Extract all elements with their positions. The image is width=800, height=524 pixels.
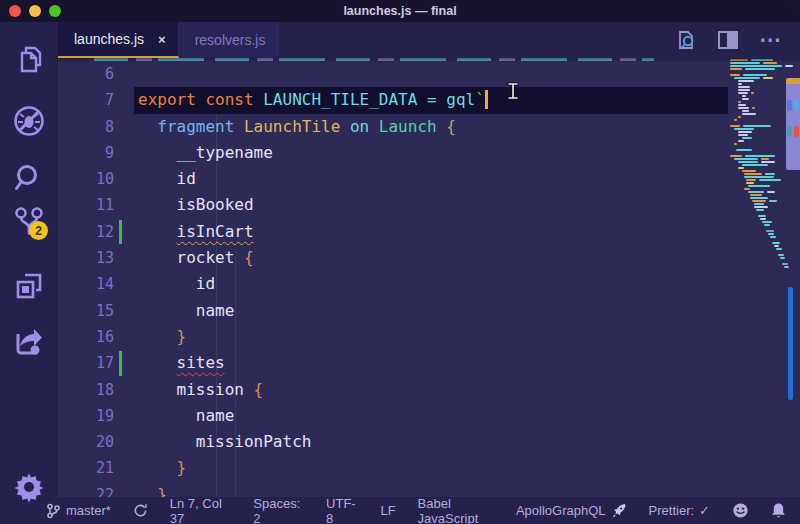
code-line-19[interactable]: 19 name	[58, 403, 800, 429]
search-file-icon[interactable]	[675, 29, 697, 51]
extensions-icon[interactable]	[0, 270, 58, 302]
code-line-17[interactable]: 17 sites	[58, 350, 800, 376]
source-control-badge: 2	[29, 221, 48, 240]
close-tab-icon[interactable]: ×	[158, 32, 166, 47]
line-text: isInCart	[138, 219, 254, 245]
line-text: }	[138, 482, 167, 497]
line-number[interactable]: 12	[58, 219, 138, 245]
git-change-indicator	[119, 351, 122, 375]
eol-setting[interactable]: LF	[369, 503, 406, 518]
apollo-graphql-item[interactable]: ApolloGraphQL	[505, 503, 638, 519]
line-text: name	[138, 298, 234, 324]
code-line-14[interactable]: 14 id	[58, 271, 800, 297]
explorer-icon[interactable]	[0, 44, 58, 76]
cursor-position[interactable]: Ln 7, Col 37	[159, 496, 243, 524]
line-number[interactable]: 11	[58, 192, 138, 218]
bell-icon	[771, 502, 786, 519]
indentation-setting[interactable]: Spaces: 2	[242, 496, 315, 524]
line-number[interactable]: 19	[58, 403, 138, 429]
line-text: missionPatch	[138, 429, 311, 455]
line-number[interactable]: 8	[58, 114, 138, 140]
code-line-8[interactable]: 8 fragment LaunchTile on Launch {	[58, 114, 800, 140]
line-number[interactable]: 13	[58, 245, 138, 271]
git-branch-item[interactable]: master*	[46, 503, 122, 519]
prettier-item[interactable]: Prettier: ✓	[638, 503, 721, 518]
line-text: sites	[138, 350, 225, 376]
line-text: isBooked	[138, 192, 254, 218]
code-line-20[interactable]: 20 missionPatch	[58, 429, 800, 455]
activity-bar: 2	[0, 22, 58, 497]
line-number[interactable]: 17	[58, 350, 138, 376]
tab-label: launches.js	[74, 31, 144, 47]
settings-gear-icon[interactable]	[0, 472, 58, 502]
more-actions-icon[interactable]: ⋯	[759, 27, 782, 53]
sync-icon	[133, 503, 148, 518]
code-editor[interactable]: 67export const LAUNCH_TILE_DATA = gql`8 …	[58, 58, 800, 497]
line-number[interactable]: 7	[58, 87, 138, 113]
notifications-bell-button[interactable]	[760, 502, 786, 519]
sync-button[interactable]	[122, 503, 159, 518]
line-text: name	[138, 403, 234, 429]
code-line-15[interactable]: 15 name	[58, 298, 800, 324]
line-number[interactable]: 20	[58, 429, 138, 455]
code-line-21[interactable]: 21 }	[58, 455, 800, 481]
line-text: id	[138, 271, 215, 297]
line-number[interactable]: 10	[58, 166, 138, 192]
text-cursor	[485, 90, 488, 109]
line-number[interactable]: 15	[58, 298, 138, 324]
code-line-6[interactable]: 6	[58, 61, 800, 87]
line-text: }	[138, 324, 186, 350]
git-branch-icon	[46, 503, 61, 519]
editor-actions: ⋯	[675, 22, 800, 58]
code-line-9[interactable]: 9 __typename	[58, 140, 800, 166]
rocket-icon	[611, 503, 627, 519]
language-mode[interactable]: Babel JavaScript	[407, 496, 505, 524]
code-line-10[interactable]: 10 id	[58, 166, 800, 192]
line-number[interactable]: 22	[58, 482, 138, 497]
mouse-ibeam-cursor	[507, 82, 519, 100]
code-line-7[interactable]: 7export const LAUNCH_TILE_DATA = gql`	[58, 87, 800, 113]
code-line-12[interactable]: 12 isInCart	[58, 219, 800, 245]
code-line-11[interactable]: 11 isBooked	[58, 192, 800, 218]
line-text: mission {	[138, 377, 263, 403]
tab-label: resolvers.js	[195, 32, 266, 48]
share-icon[interactable]	[0, 324, 58, 358]
tab-resolvers-js[interactable]: resolvers.js	[179, 22, 279, 58]
scrollbar-handle[interactable]	[788, 287, 793, 400]
smiley-icon	[732, 502, 749, 519]
line-number[interactable]: 21	[58, 455, 138, 481]
code-line-16[interactable]: 16 }	[58, 324, 800, 350]
line-number[interactable]: 6	[58, 61, 138, 87]
no-bugs-icon[interactable]	[0, 104, 58, 138]
line-text: __typename	[138, 140, 273, 166]
line-number[interactable]: 14	[58, 271, 138, 297]
line-text: fragment LaunchTile on Launch {	[138, 114, 456, 140]
split-editor-icon[interactable]	[717, 30, 739, 50]
vscode-window: launches.js — final	[0, 0, 800, 524]
code-line-18[interactable]: 18 mission {	[58, 377, 800, 403]
status-bar: master* Ln 7, Col 37 Spaces: 2 UTF-8 LF …	[0, 497, 800, 524]
line-text: export const LAUNCH_TILE_DATA = gql`	[138, 87, 488, 113]
code-line-22[interactable]: 22 }	[58, 482, 800, 497]
line-text: id	[138, 166, 196, 192]
source-control-icon[interactable]: 2	[0, 205, 58, 239]
minimap[interactable]	[730, 59, 790, 269]
title-bar: launches.js — final	[0, 0, 800, 22]
git-change-indicator	[119, 220, 122, 244]
code-lines: 67export const LAUNCH_TILE_DATA = gql`8 …	[58, 61, 800, 497]
branch-label: master*	[66, 503, 111, 518]
line-number[interactable]: 18	[58, 377, 138, 403]
window-title: launches.js — final	[0, 4, 800, 18]
encoding-setting[interactable]: UTF-8	[315, 496, 369, 524]
line-number[interactable]: 9	[58, 140, 138, 166]
line-number[interactable]: 16	[58, 324, 138, 350]
edge-popup	[786, 78, 800, 170]
tab-bar: launches.js × resolvers.js	[58, 22, 800, 58]
search-icon[interactable]	[0, 162, 58, 194]
tab-launches-js[interactable]: launches.js ×	[58, 22, 179, 58]
line-text: rocket {	[138, 245, 254, 271]
feedback-smiley-button[interactable]	[721, 502, 760, 519]
code-line-13[interactable]: 13 rocket {	[58, 245, 800, 271]
check-icon: ✓	[699, 503, 710, 518]
line-text: }	[138, 455, 186, 481]
